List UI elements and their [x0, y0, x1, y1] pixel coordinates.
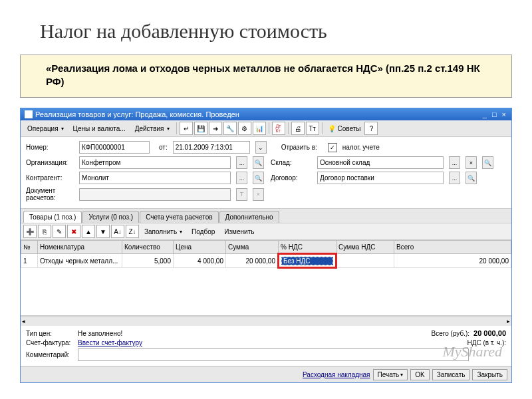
tips-button[interactable]: 💡Советы [325, 124, 364, 133]
col-vatsum[interactable]: Сумма НДС [336, 241, 394, 254]
tax-checkbox[interactable]: ✓ [328, 143, 337, 152]
warehouse-search-button[interactable]: 🔍 [482, 156, 493, 169]
add-row-icon[interactable]: ➕ [23, 225, 37, 238]
slide-title: Налог на добавленную стоимость [0, 0, 532, 55]
contract-select-button[interactable]: ... [449, 172, 460, 184]
copy-row-icon[interactable]: ⎘ [38, 225, 51, 238]
warehouse-select-button[interactable]: ... [449, 156, 460, 169]
window-title: Реализация товаров и услуг: Продажа, ком… [35, 110, 479, 118]
col-sum[interactable]: Сумма [226, 241, 279, 254]
invoice-label: Счет-фактура: [26, 339, 74, 346]
col-total[interactable]: Всего [394, 241, 511, 254]
cell-qty[interactable]: 5,000 [122, 254, 174, 268]
template-icon[interactable]: Tт [306, 122, 319, 135]
save-button[interactable]: Записать [432, 369, 470, 380]
separator [176, 122, 177, 134]
doc-field[interactable] [79, 188, 231, 201]
grid-row[interactable]: 1 Отходы черных металл... 5,000 4 000,00… [21, 254, 511, 268]
comment-field[interactable] [78, 348, 469, 361]
col-n[interactable]: № [21, 241, 38, 254]
date-label: от: [159, 144, 168, 151]
cell-nom[interactable]: Отходы черных металл... [38, 254, 122, 268]
ok-button[interactable]: OK [410, 369, 429, 380]
menu-actions[interactable]: Действия [131, 124, 174, 134]
select-button[interactable]: Подбор [188, 227, 219, 237]
app-icon [25, 110, 33, 118]
date-field[interactable] [173, 141, 250, 154]
close-button[interactable]: × [501, 110, 507, 118]
minimize-button[interactable]: _ [481, 110, 488, 118]
col-price[interactable]: Цена [174, 241, 226, 254]
org-select-button[interactable]: ... [236, 156, 247, 169]
fill-button[interactable]: Заполнить [140, 227, 186, 237]
goods-grid[interactable]: № Номенклатура Количество Цена Сумма % Н… [21, 240, 511, 326]
contract-field[interactable] [317, 172, 444, 184]
reflect-label: Отразить в: [281, 144, 323, 151]
org-field[interactable] [79, 156, 231, 169]
warehouse-label: Склад: [271, 159, 312, 166]
h-scrollbar[interactable]: ◂▸ [21, 316, 511, 326]
warehouse-clear-button[interactable]: × [466, 156, 477, 169]
action-icon[interactable]: ⚙ [238, 122, 251, 135]
warehouse-field[interactable] [317, 156, 444, 169]
menu-operation[interactable]: Операция [23, 124, 68, 134]
help-icon[interactable]: ? [364, 122, 378, 135]
note-box: «Реализация лома и отходов черных металл… [20, 55, 512, 98]
counter-search-button[interactable]: 🔍 [253, 172, 264, 184]
contract-label: Договор: [271, 174, 312, 182]
number-field[interactable] [79, 141, 150, 154]
move-down-icon[interactable]: ▼ [96, 225, 110, 238]
post-icon[interactable]: ↵ [180, 122, 193, 135]
date-picker-button[interactable]: ⌄ [255, 141, 267, 154]
counter-field[interactable] [79, 172, 231, 184]
counter-select-button[interactable]: ... [236, 172, 247, 184]
dtkt-icon[interactable]: ДтКт [272, 122, 285, 135]
watermark: MyShared [442, 343, 502, 360]
org-search-button[interactable]: 🔍 [253, 156, 264, 169]
tab-goods[interactable]: Товары (1 поз.) [23, 211, 82, 223]
number-label: Номер: [26, 144, 74, 151]
close-button[interactable]: Закрыть [472, 369, 507, 380]
tab-services[interactable]: Услуги (0 поз.) [82, 211, 139, 223]
cell-n[interactable]: 1 [21, 254, 38, 268]
report-icon[interactable]: 📊 [253, 122, 266, 135]
print-button[interactable]: Печать▾ [373, 369, 408, 380]
col-vat[interactable]: % НДС [279, 241, 336, 254]
save-icon[interactable]: 💾 [194, 122, 207, 135]
invoice-link[interactable]: Ввести счет-фактуру [78, 339, 142, 346]
print-icon[interactable]: 🖨 [291, 122, 305, 135]
edit-button[interactable]: Изменить [220, 227, 258, 237]
move-up-icon[interactable]: ▲ [82, 225, 95, 238]
sort-asc-icon[interactable]: A↓ [111, 225, 124, 238]
footer: Расходная накладная Печать▾ OK Записать … [21, 366, 511, 382]
summary-area: Тип цен: Не заполнено! Всего (руб.): 20 … [21, 326, 511, 366]
print-label: Печать [378, 371, 400, 378]
sort-desc-icon[interactable]: Z↓ [126, 225, 139, 238]
cell-total[interactable]: 20 000,00 [394, 254, 511, 268]
cell-vat[interactable]: Без НДС [279, 254, 336, 268]
maximize-button[interactable]: □ [491, 110, 498, 118]
tab-more[interactable]: Дополнительно [219, 211, 279, 223]
cell-vatsum[interactable] [336, 254, 394, 268]
tab-accounts[interactable]: Счета учета расчетов [140, 211, 218, 223]
cell-price[interactable]: 4 000,00 [174, 254, 226, 268]
comment-label: Комментарий: [26, 351, 74, 358]
col-qty[interactable]: Количество [122, 241, 174, 254]
delete-row-icon[interactable]: ✖ [67, 225, 80, 238]
waybill-link[interactable]: Расходная накладная [303, 371, 370, 378]
vat-selected: Без НДС [281, 257, 333, 265]
col-nom[interactable]: Номенклатура [38, 241, 122, 254]
edit-row-icon[interactable]: ✎ [53, 225, 66, 238]
contract-search-button[interactable]: 🔍 [466, 172, 477, 184]
pricetype-value: Не заполнено! [78, 330, 122, 337]
goto-icon[interactable]: ➜ [209, 122, 222, 135]
reflect-value: налог. учете [342, 144, 380, 151]
separator [322, 122, 323, 134]
doc-label: Документ расчетов: [26, 187, 74, 201]
cell-sum[interactable]: 20 000,00 [226, 254, 279, 268]
structure-icon[interactable]: 🔧 [223, 122, 237, 135]
doc-t-button[interactable]: T [236, 188, 247, 201]
total-value: 20 000,00 [473, 329, 506, 337]
menu-prices[interactable]: Цены и валюта... [69, 124, 130, 134]
doc-clear-button[interactable]: × [253, 188, 264, 201]
